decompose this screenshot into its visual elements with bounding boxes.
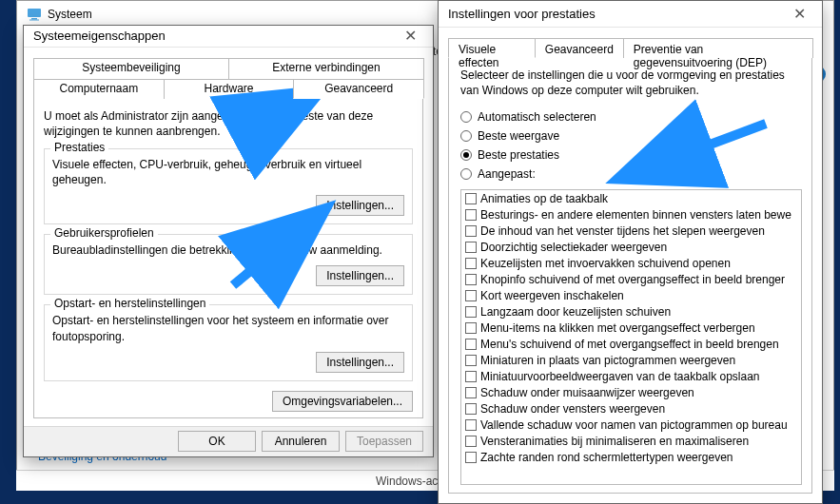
- checklist-item[interactable]: Doorzichtig selectiekader weergeven: [465, 241, 797, 257]
- tab-computer-name[interactable]: Computernaam: [33, 79, 165, 99]
- profiles-settings-button[interactable]: Instellingen...: [316, 265, 404, 286]
- radio-label: Automatisch selecteren: [478, 110, 596, 124]
- checklist-item[interactable]: Vensteranimaties bij minimaliseren en ma…: [465, 435, 797, 451]
- group-startup-legend: Opstart- en herstelinstellingen: [50, 297, 209, 310]
- system-properties-titlebar[interactable]: Systeemeigenschappen ✕: [24, 26, 433, 48]
- checklist-label: Menu-items na klikken met overgangseffec…: [480, 321, 755, 335]
- checkbox-icon[interactable]: [465, 290, 477, 301]
- performance-settings-button[interactable]: Instellingen...: [316, 195, 404, 216]
- checklist-label: Schaduw onder muisaanwijzer weergeven: [480, 386, 694, 399]
- radio-option-2[interactable]: Beste prestaties: [460, 145, 802, 165]
- radio-label: Beste prestaties: [478, 148, 559, 162]
- system-properties-title: Systeemeigenschappen: [33, 29, 397, 43]
- checkbox-icon[interactable]: [465, 452, 477, 463]
- checkbox-icon[interactable]: [465, 322, 477, 334]
- checklist-label: Zachte randen rond schermlettertypen wee…: [480, 451, 733, 464]
- svg-rect-2: [29, 20, 39, 21]
- checklist-item[interactable]: Knopinfo schuivend of met overgangseffec…: [465, 273, 797, 289]
- checkbox-icon[interactable]: [465, 355, 477, 366]
- close-icon[interactable]: ✕: [397, 27, 423, 45]
- performance-tabs: Visuele effecten Geavanceerd Preventie v…: [439, 28, 822, 58]
- checkbox-icon[interactable]: [465, 339, 477, 350]
- group-user-profiles: Gebruikersprofielen Bureaubladinstelling…: [44, 234, 413, 295]
- checklist-item[interactable]: Zachte randen rond schermlettertypen wee…: [465, 451, 797, 467]
- checklist-item[interactable]: Schaduw onder muisaanwijzer weergeven: [465, 386, 797, 402]
- radio-icon[interactable]: [460, 149, 472, 161]
- radio-option-0[interactable]: Automatisch selecteren: [460, 107, 802, 126]
- checkbox-icon[interactable]: [465, 258, 477, 269]
- group-startup-recovery: Opstart- en herstelinstellingen Opstart-…: [44, 304, 413, 380]
- radio-icon[interactable]: [460, 168, 472, 180]
- radio-icon[interactable]: [460, 130, 472, 142]
- performance-titlebar[interactable]: Instellingen voor prestaties ✕: [439, 1, 822, 28]
- environment-variables-button[interactable]: Omgevingsvariabelen...: [272, 391, 413, 412]
- checklist-item[interactable]: Miniaturen in plaats van pictogrammen we…: [465, 354, 797, 370]
- tab-perf-advanced[interactable]: Geavanceerd: [535, 38, 624, 58]
- visual-effects-checklist[interactable]: Animaties op de taakbalkBesturings- en a…: [460, 189, 802, 485]
- tab-hardware[interactable]: Hardware: [164, 79, 295, 99]
- ok-button[interactable]: OK: [178, 431, 256, 452]
- checklist-item[interactable]: Schaduw onder vensters weergeven: [465, 402, 797, 418]
- checkbox-icon[interactable]: [465, 403, 477, 415]
- close-icon[interactable]: ✕: [786, 5, 812, 23]
- checkbox-icon[interactable]: [465, 371, 477, 382]
- group-profiles-legend: Gebruikersprofielen: [50, 226, 158, 240]
- cancel-button[interactable]: Annuleren: [262, 431, 340, 452]
- radio-option-1[interactable]: Beste weergave: [460, 126, 802, 145]
- checkbox-icon[interactable]: [465, 387, 477, 398]
- checkbox-icon[interactable]: [465, 225, 477, 237]
- checkbox-icon[interactable]: [465, 274, 477, 285]
- checkbox-icon[interactable]: [465, 193, 477, 204]
- checklist-label: Vensteranimaties bij minimaliseren en ma…: [480, 435, 749, 448]
- group-profiles-desc: Bureaubladinstellingen die betrekking he…: [52, 242, 404, 258]
- checklist-item[interactable]: Menu's schuivend of met overgangseffect …: [465, 338, 797, 354]
- svg-rect-1: [31, 18, 37, 20]
- checklist-item[interactable]: Vallende schaduw voor namen van pictogra…: [465, 418, 797, 435]
- tab-visual-effects[interactable]: Visuele effecten: [448, 38, 536, 58]
- checkbox-icon[interactable]: [465, 242, 477, 253]
- apply-button[interactable]: Toepassen: [345, 431, 423, 452]
- checkbox-icon[interactable]: [465, 209, 477, 221]
- system-properties-button-row: OK Annuleren Toepassen: [24, 426, 433, 456]
- radio-icon[interactable]: [460, 111, 472, 123]
- tab-remote[interactable]: Externe verbindingen: [228, 58, 424, 79]
- checklist-label: Langzaam door keuzelijsten schuiven: [480, 305, 671, 319]
- tab-dep[interactable]: Preventie van gegevensuitvoering (DEP): [623, 38, 813, 58]
- checklist-label: Kort weergeven inschakelen: [480, 289, 624, 302]
- checklist-label: Keuzelijsten met invoervakken schuivend …: [480, 257, 731, 270]
- checklist-label: Miniatuurvoorbeeldweergaven van de taakb…: [480, 370, 760, 383]
- tab-system-protection[interactable]: Systeembeveiliging: [33, 58, 229, 79]
- checklist-item[interactable]: Keuzelijsten met invoervakken schuivend …: [465, 257, 797, 273]
- checklist-label: Doorzichtig selectiekader weergeven: [480, 241, 667, 254]
- checklist-label: Schaduw onder vensters weergeven: [480, 402, 665, 416]
- radio-label: Beste weergave: [478, 129, 559, 143]
- checklist-item[interactable]: Miniatuurvoorbeeldweergaven van de taakb…: [465, 370, 797, 386]
- checklist-item[interactable]: Besturings- en andere elementen binnen v…: [465, 208, 797, 224]
- checklist-label: Besturings- en andere elementen binnen v…: [480, 208, 791, 222]
- system-window-title: Systeem: [48, 8, 92, 21]
- startup-settings-button[interactable]: Instellingen...: [316, 352, 404, 373]
- radio-option-3[interactable]: Aangepast:: [460, 165, 802, 184]
- checklist-label: De inhoud van het venster tijdens het sl…: [480, 224, 765, 238]
- visual-effects-intro: Selecteer de instellingen die u voor de …: [460, 68, 802, 98]
- checkbox-icon[interactable]: [465, 419, 477, 431]
- checkbox-icon[interactable]: [465, 306, 477, 318]
- visual-effects-body: Selecteer de instellingen die u voor de …: [448, 58, 812, 494]
- checklist-label: Animaties op de taakbalk: [480, 192, 608, 205]
- checklist-label: Knopinfo schuivend of met overgangseffec…: [480, 273, 785, 286]
- checklist-item[interactable]: Animaties op de taakbalk: [465, 192, 797, 208]
- group-performance: Prestaties Visuele effecten, CPU-verbrui…: [44, 148, 413, 224]
- checklist-item[interactable]: De inhoud van het venster tijdens het sl…: [465, 224, 797, 241]
- tab-advanced[interactable]: Geavanceerd: [293, 79, 424, 99]
- desktop-edge-left: [0, 0, 16, 504]
- checklist-item[interactable]: Kort weergeven inschakelen: [465, 289, 797, 305]
- checklist-item[interactable]: Langzaam door keuzelijsten schuiven: [465, 305, 797, 321]
- system-properties-dialog: Systeemeigenschappen ✕ Systeembeveiligin…: [23, 25, 434, 457]
- admin-note: U moet als Administrator zijn aangemeld …: [44, 108, 413, 139]
- svg-rect-0: [28, 9, 41, 17]
- checkbox-icon[interactable]: [465, 436, 477, 447]
- checklist-label: Miniaturen in plaats van pictogrammen we…: [480, 354, 735, 367]
- group-performance-desc: Visuele effecten, CPU-verbruik, geheugen…: [52, 157, 404, 187]
- radio-label: Aangepast:: [478, 167, 536, 181]
- checklist-item[interactable]: Menu-items na klikken met overgangseffec…: [465, 321, 797, 338]
